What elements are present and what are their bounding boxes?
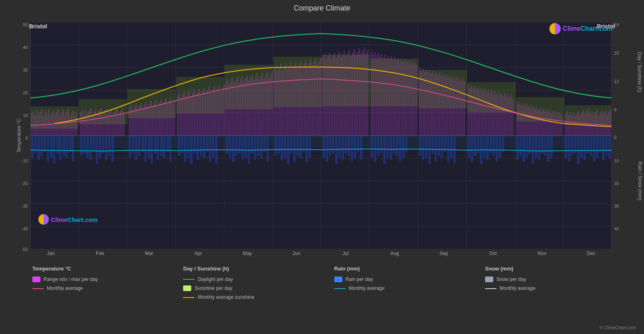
y-axis-right-top-label: Day / Sunshine (h) [636, 52, 642, 92]
legend-title-temp: Temperature °C [32, 266, 183, 272]
y-tick-10: 10 [23, 113, 28, 118]
rain-avg-swatch [334, 288, 346, 289]
y-tick-30: 30 [23, 68, 28, 72]
legend-item-sunshine: Sunshine per day [183, 285, 334, 291]
svg-rect-520 [273, 57, 321, 107]
copyright: © ClimeChart.com [600, 325, 636, 330]
svg-rect-523 [419, 70, 467, 108]
location-label-left: Bristol [29, 23, 47, 30]
rain-swatch [334, 277, 342, 282]
snow-swatch [485, 277, 493, 282]
x-axis: Jan Feb Mar Apr May Jun Jul Aug Sep Oct … [26, 249, 616, 256]
right-tick-20: 20 [614, 181, 619, 186]
brand-text-top: ClimeChart.com [563, 25, 612, 32]
svg-rect-521 [322, 55, 370, 106]
daylight-line-swatch [183, 279, 194, 280]
y-tick-50: 50 [23, 22, 28, 27]
y-tick-neg40: -40 [21, 226, 28, 231]
svg-rect-518 [176, 77, 224, 113]
y-tick-40: 40 [23, 45, 28, 50]
rain-label: Rain per day [346, 277, 373, 282]
month-oct: Oct [469, 251, 518, 256]
y-tick-neg30: -30 [21, 204, 28, 208]
legend-col-rain: Rain (mm) Rain per day Monthly average [334, 266, 485, 300]
legend-col-snow: Snow (mm) Snow per day Monthly average [485, 266, 636, 300]
sunshine-swatch [183, 285, 191, 291]
month-jun: Jun [272, 251, 321, 256]
page-container: Compare Climate Bristol Bristol ClimeCha… [0, 0, 644, 334]
month-mar: Mar [125, 251, 174, 256]
legend-title-sunshine: Day / Sunshine (h) [183, 266, 334, 272]
month-jan: Jan [26, 251, 76, 256]
y-axis-right: Day / Sunshine (h) Rain / Snow (mm) 24 1… [612, 22, 640, 249]
svg-rect-517 [127, 89, 175, 118]
brand-logo-top: ClimeChart.com [549, 23, 612, 34]
sunshine-avg-label: Monthly average sunshine [198, 294, 254, 300]
snow-avg-swatch [485, 288, 496, 289]
legend-item-snow-avg: Monthly average [485, 285, 636, 291]
month-nov: Nov [517, 251, 567, 256]
rain-avg-label: Monthly average [349, 285, 385, 291]
y-tick-0: 0 [25, 136, 28, 140]
temp-avg-line-swatch [32, 288, 44, 289]
month-dec: Dec [567, 251, 616, 256]
legend-item-sunshine-avg: Monthly average sunshine [183, 294, 334, 300]
month-may: May [223, 251, 272, 256]
y-tick-neg50: -50 [21, 247, 28, 252]
legend-col-temperature: Temperature °C Range min / max per day M… [32, 266, 183, 300]
legend-item-snow: Snow per day [485, 277, 636, 282]
temp-avg-label: Monthly average [47, 285, 83, 291]
month-feb: Feb [76, 251, 125, 256]
sunshine-label: Sunshine per day [194, 285, 232, 291]
snow-avg-label: Monthly average [500, 285, 536, 291]
right-tick-0: 0 [614, 135, 617, 140]
legend-title-rain: Rain (mm) [334, 266, 485, 272]
snow-label: Snow per day [496, 277, 526, 282]
brand-logo-bottom: ClimeChart.com [38, 214, 97, 225]
y-tick-neg20: -20 [21, 181, 28, 186]
legend-col-sunshine: Day / Sunshine (h) Daylight per day Suns… [183, 266, 334, 300]
svg-rect-526 [565, 105, 612, 125]
legend-item-rain: Rain per day [334, 277, 485, 282]
temp-range-label: Range min / max per day [44, 277, 98, 282]
right-tick-12: 12 [614, 79, 619, 84]
brand-circle-bottom [38, 214, 49, 225]
legend-item-temp-range: Range min / max per day [32, 277, 183, 282]
right-tick-10: 10 [614, 158, 619, 163]
legend-item-daylight: Daylight per day [183, 277, 334, 282]
legend-title-snow: Snow (mm) [485, 266, 636, 272]
sunshine-avg-swatch [183, 297, 194, 298]
right-tick-18: 18 [614, 51, 619, 55]
y-tick-20: 20 [23, 90, 28, 95]
page-title: Compare Climate [0, 0, 644, 13]
month-aug: Aug [370, 251, 420, 256]
legend-item-rain-avg: Monthly average [334, 285, 485, 291]
svg-rect-527 [30, 136, 612, 148]
brand-circle-top [549, 23, 561, 34]
right-tick-6: 6 [614, 107, 617, 112]
y-axis-right-bottom-label: Rain / Snow (mm) [637, 162, 643, 200]
legend-item-temp-avg: Monthly average [32, 285, 183, 291]
y-axis-left: Temperature °C 50 40 30 20 10 0 -10 -20 … [4, 22, 30, 249]
y-tick-neg10: -10 [21, 158, 28, 163]
month-sep: Sep [419, 251, 469, 256]
chart-canvas: ClimeChart.com [30, 22, 612, 249]
temp-range-swatch [32, 277, 40, 282]
right-tick-30: 30 [614, 204, 619, 208]
svg-rect-524 [468, 82, 516, 113]
daylight-label: Daylight per day [198, 277, 233, 282]
month-apr: Apr [174, 251, 223, 256]
brand-text-bottom: ClimeChart.com [51, 216, 97, 223]
main-chart-svg [30, 22, 612, 249]
right-tick-40: 40 [614, 226, 619, 231]
month-jul: Jul [321, 251, 370, 256]
legend-area: Temperature °C Range min / max per day M… [0, 258, 644, 304]
y-axis-left-label: Temperature °C [16, 119, 22, 153]
